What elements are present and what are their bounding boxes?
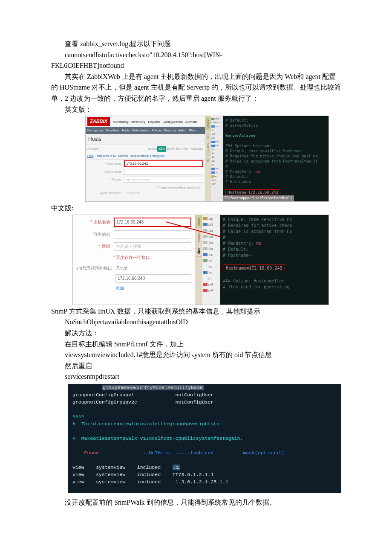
subnav-hosts[interactable]: Hosts: [122, 129, 130, 132]
screenshot-english: ZABBIX Monitoring Inventory Reports Conf…: [85, 116, 329, 202]
label-hostname: * Host name: [87, 161, 124, 166]
zabbix-subnav[interactable]: Host groups Templates Hosts Maintenance …: [86, 127, 205, 134]
subnav-actions[interactable]: Actions: [152, 129, 161, 132]
snmpd-conf-terminal: xxxxxxxxxxgiOupNamesecurItyModelSecuiity…: [68, 384, 341, 493]
subnav-maintenance[interactable]: Maintenance: [132, 129, 149, 132]
label-groups: * Groups: [87, 177, 124, 182]
screenshot-chinese: * 主机名称 172.16.60.243 可见的名 * 群组 在此输入搜索 * …: [72, 215, 329, 305]
agentif-placeholder: IP address: [124, 191, 140, 195]
tab-hostinventory[interactable]: Host inventory: [130, 154, 149, 158]
sftp-tree[interactable]: root/ • Nan ∧ .us .cr .p4 .ss LW LW .bz …: [211, 116, 223, 201]
p-solution-restart2: servicesnmpdrestart: [51, 371, 341, 382]
mobaxterm-side-tabs[interactable]: Session Tools Macros Sftp: [205, 116, 211, 201]
highlighted-hostname-2: Hostname=172.16.60.243: [223, 264, 285, 272]
sidetab-sftp-2[interactable]: Sftp: [195, 245, 202, 257]
zabbix-logo: ZABBIX: [87, 117, 110, 126]
t3-l4: # Third,createaviewforustoletthegrouphav…: [68, 420, 341, 427]
p-footer: 没开改配置前的 SnmPWalk 到的信息，只能得到系统常见的几个数据。: [51, 497, 341, 508]
tab-macros[interactable]: Macros: [118, 154, 128, 158]
label-visiblename: Visible name: [87, 169, 124, 174]
nav-admin[interactable]: Adminis: [185, 120, 197, 124]
input-hostname-zh[interactable]: 172.16.60.243: [114, 218, 191, 227]
sidetab-tools[interactable]: Tools: [205, 131, 211, 141]
agent-config-terminal: # Default: # ServerActive= ServerActive=…: [223, 116, 329, 201]
zabbix-topnav[interactable]: Monitoring Inventory Reports Configurati…: [112, 118, 200, 127]
highlighted-hostname-1: Hostname=172.16.60.243: [225, 189, 280, 195]
p-err-line1: cannotsendlistofactivechecksto"10.200.4.…: [51, 49, 341, 61]
subnav-templates[interactable]: Templates: [106, 129, 120, 132]
nav-reports[interactable]: Reports: [148, 120, 160, 124]
tab-encryption[interactable]: Encryption: [150, 154, 164, 158]
note-interface: * At least one interface must exist.: [86, 185, 205, 190]
p-checklog: 查看 zabbix_server.log,提示以下问题: [51, 38, 341, 49]
col-ipaddr: IP地址: [114, 265, 191, 272]
t3-l1: groupnotConfigGroupvl notConfigUser: [68, 391, 341, 398]
tab-ipmi[interactable]: IPMI: [110, 154, 116, 158]
input-hostname[interactable]: 172.16.60.243: [124, 160, 203, 167]
zabbix-web-panel-zh: * 主机名称 172.16.60.243 可见的名 * 群组 在此输入搜索 * …: [73, 215, 195, 305]
agent-config-terminal-2: # Unique, case sensitive ho # Required f…: [220, 215, 329, 305]
input-visiblename[interactable]: [124, 169, 203, 175]
t3-pnone: Pnone: [84, 450, 99, 456]
sidetab-session[interactable]: Session: [205, 116, 211, 131]
link-add[interactable]: 添加: [76, 284, 191, 292]
label-agentif-zh: ent代理程序的接口: [76, 265, 114, 272]
p-solution-restart1: 然后重启: [51, 360, 341, 372]
t3-l3: ####: [68, 413, 341, 420]
p-english-label: 英文版：: [51, 104, 341, 115]
note-interface-zh: * 至少存在一个接口。: [76, 254, 191, 261]
label-hostname-zh: 主机名称: [93, 220, 110, 224]
input-groups[interactable]: type here to search: [124, 177, 203, 183]
label-agentif: Agent interfaces: [87, 191, 124, 195]
all-hosts-link[interactable]: All hosts: [87, 146, 98, 151]
sidetab-tools-2[interactable]: Tools: [195, 215, 202, 229]
subnav-hostgroups[interactable]: Host groups: [87, 129, 104, 132]
terminal-header: giOupNamesecurItyModelSecuiityName: [102, 385, 204, 390]
sidetab-macros-2[interactable]: Macros: [195, 228, 202, 245]
input-visible-zh[interactable]: [114, 230, 191, 239]
sidetab-macros[interactable]: Macros: [205, 141, 211, 155]
nav-monitoring[interactable]: Monitoring: [112, 120, 128, 124]
tab-templates[interactable]: Templates: [95, 154, 109, 158]
p-solution-edit: 在目标主机编辑 SnmPd.conf 文件，加上: [51, 339, 341, 350]
input-groups-zh[interactable]: 在此输入搜索: [116, 244, 141, 249]
enabled-text: nabled: [148, 146, 157, 151]
terminal-statusbar: DOeSnotsupportUsorParametersOrali: [223, 195, 294, 201]
subnav-eventcorr[interactable]: Event correlation: [164, 129, 187, 132]
t3-mask: mask(optional): [243, 450, 284, 456]
hosts-heading: Hosts: [86, 134, 205, 145]
p-solution-view: viewsystemviewincluded.1#意思是允许访问 ₛystem …: [51, 349, 341, 360]
zabbix-web-panel: ZABBIX Monitoring Inventory Reports Conf…: [86, 116, 205, 201]
label-groups-zh: 群组: [102, 244, 110, 249]
cursor-pos: .1: [173, 465, 180, 470]
p-snmp-intro: SnmP 方式采集 IinUX 数据，只能获取到系统的基本信息，其他却提示: [51, 306, 341, 317]
subnav-discovery[interactable]: Disco: [189, 129, 196, 132]
p-err-line2: FKL6C0EFHBT]notfound: [51, 60, 341, 71]
applications-link[interactable]: Applicatio: [190, 146, 203, 151]
t3-l2: groupnotConfigGroupv2c notConfigUser: [68, 398, 341, 406]
input-ip[interactable]: 172.16.60.243: [115, 274, 191, 283]
zbx-badge: ZBX: [157, 146, 167, 151]
p-explain: 其实在 ZabbiXWeb 上是有 agent 主机最新数据的，出现上面的问题是…: [51, 71, 341, 104]
sidetab-sftp[interactable]: Sftp: [205, 155, 211, 164]
nav-inventory[interactable]: Inventory: [131, 120, 145, 124]
sftp-tree-2[interactable]: .ss LW .ba .ba .ba .ba .cs .m .oc .tc an…: [202, 215, 220, 305]
tab-host[interactable]: Host: [87, 154, 93, 158]
label-visible-zh: 可见的名: [76, 231, 114, 238]
t3-l5: # Makeatleastsnmpwalk-v1Iocalhost-cpubli…: [68, 435, 341, 442]
p-snmp-err: NoSuchObjectavailableonthisagentatthisOI…: [51, 317, 341, 328]
t3-subtree: --NnTИιτcl -----1subtree: [143, 450, 214, 456]
p-solution-head: 解决方法：: [51, 328, 341, 339]
mobaxterm-side-tabs-2[interactable]: Tools Macros Sftp: [195, 215, 202, 305]
nav-configuration[interactable]: Configuration: [162, 120, 183, 124]
p-chinese-label: 中文版:: [51, 203, 341, 214]
